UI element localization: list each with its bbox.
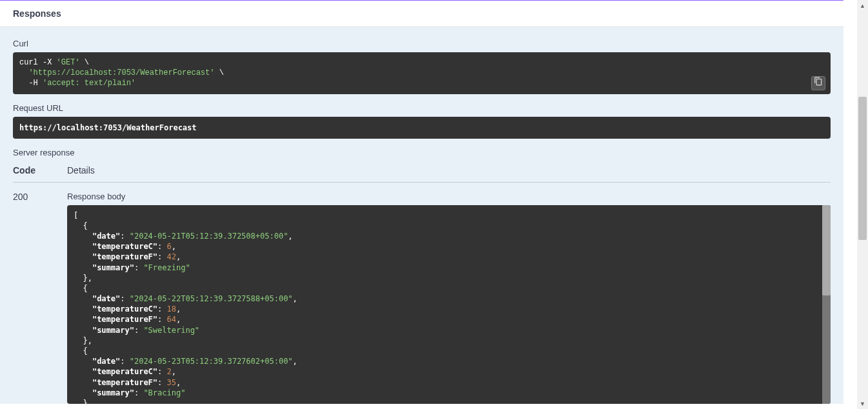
curl-label: Curl <box>13 39 831 48</box>
response-body-block[interactable]: [ { "date": "2024-05-21T05:12:39.372508+… <box>67 205 831 404</box>
response-row: 200 Response body [ { "date": "2024-05-2… <box>13 192 831 404</box>
request-url-value: https://localhost:7053/WeatherForecast <box>19 123 197 132</box>
swagger-responses-panel: Responses Curl curl -X 'GET' \ 'https://… <box>0 0 843 409</box>
curl-text: curl -X 'GET' \ 'https://localhost:7053/… <box>19 58 224 88</box>
response-body-scrollbar-thumb[interactable] <box>822 205 831 295</box>
viewport: Responses Curl curl -X 'GET' \ 'https://… <box>0 0 868 409</box>
server-response-label: Server response <box>13 148 831 157</box>
scroll-down-button[interactable]: ▼ <box>857 398 868 409</box>
status-code: 200 <box>13 192 67 404</box>
scroll-up-button[interactable]: ▲ <box>857 0 868 11</box>
code-column-header: Code <box>13 165 67 175</box>
response-body-label: Response body <box>67 192 831 201</box>
responses-title: Responses <box>13 8 831 19</box>
responses-section-header: Responses <box>0 1 843 27</box>
request-url-block: https://localhost:7053/WeatherForecast <box>13 117 831 139</box>
clipboard-icon <box>814 77 823 89</box>
response-table-header: Code Details <box>13 165 831 183</box>
details-column-header: Details <box>67 165 831 175</box>
copy-curl-button[interactable] <box>811 76 825 90</box>
page-vertical-scrollbar[interactable]: ▲ ▼ <box>857 0 868 409</box>
response-body-json: [ { "date": "2024-05-21T05:12:39.372508+… <box>74 211 298 404</box>
chevron-down-icon: ▼ <box>860 401 865 407</box>
chevron-up-icon: ▲ <box>860 3 865 9</box>
curl-command-block: curl -X 'GET' \ 'https://localhost:7053/… <box>13 52 831 94</box>
live-responses-area: Curl curl -X 'GET' \ 'https://localhost:… <box>0 27 843 404</box>
request-url-label: Request URL <box>13 103 831 113</box>
response-body-scrollbar[interactable] <box>822 205 831 404</box>
response-details-cell: Response body [ { "date": "2024-05-21T05… <box>67 192 831 404</box>
page-scrollbar-thumb[interactable] <box>858 97 867 240</box>
